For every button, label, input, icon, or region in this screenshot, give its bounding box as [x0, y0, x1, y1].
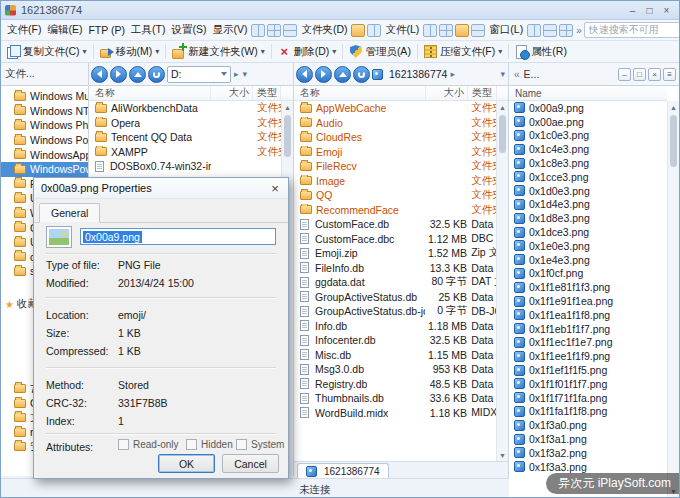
scroll-thumb[interactable]	[499, 115, 506, 153]
file-row[interactable]: AppWebCache文件夹	[294, 101, 496, 116]
copy-files-button[interactable]: 复制文件(C) ▾	[3, 43, 91, 61]
scrollbar[interactable]: ▲ ▼	[496, 101, 508, 461]
readonly-checkbox[interactable]: Read-only	[118, 439, 179, 450]
file-row[interactable]: 0x1d4e3.png	[509, 198, 667, 212]
maximize-button[interactable]: □	[641, 3, 658, 18]
folder-menu-icon[interactable]	[351, 24, 365, 37]
chevron-down-icon[interactable]: ▾	[261, 47, 265, 56]
up-button[interactable]	[334, 66, 351, 83]
scroll-up-icon[interactable]: ▲	[668, 101, 679, 113]
file-row[interactable]: Tencent QQ Data文件夹	[89, 130, 281, 145]
tree-item[interactable]: WindowsApp	[1, 147, 88, 162]
quick-search-input[interactable]: 快速搜索不可用	[584, 22, 679, 38]
file-row[interactable]: 0x1c0e3.png	[509, 129, 667, 143]
file-row[interactable]: Opera文件夹	[89, 116, 281, 131]
file-row[interactable]: Misc.db1.15 MBData Ba	[294, 348, 496, 363]
tree-item[interactable]: Windows Por	[1, 133, 88, 148]
delete-button[interactable]: × 删除(D) ▾	[274, 43, 341, 61]
file-row[interactable]: 0x1c8e3.png	[509, 156, 667, 170]
forward-button[interactable]	[110, 66, 127, 83]
ok-button[interactable]: OK	[158, 454, 215, 473]
file-row[interactable]: Emoji文件夹	[294, 145, 496, 160]
back-button[interactable]	[296, 66, 313, 83]
file-row[interactable]: 0x1f1e91f1ea.png	[509, 294, 667, 308]
menu-item-settings[interactable]: 设置(S)	[168, 21, 209, 39]
refresh-button[interactable]	[353, 66, 370, 83]
drive-select[interactable]: D:	[167, 66, 231, 83]
pane-maximize-button[interactable]: □	[633, 68, 646, 81]
file-row[interactable]: CloudRes文件夹	[294, 130, 496, 145]
menu-item-folder[interactable]: 文件夹(D)	[298, 21, 350, 39]
file-row[interactable]: 0x1f1e81f1f3.png	[509, 280, 667, 294]
file-row[interactable]: 0x1e4e3.png	[509, 253, 667, 267]
file-row[interactable]: 0x1dce3.png	[509, 225, 667, 239]
file-row[interactable]: 0x1f3a2.png	[509, 446, 667, 460]
collapse-chevron-icon[interactable]: «	[512, 69, 522, 80]
file-row[interactable]: Emoji.zip1.52 MBZip 文件	[294, 246, 496, 261]
compress-button[interactable]: 压缩文件(F) ▾	[420, 43, 506, 61]
file-row[interactable]: WordBuild.midx1.18 KBMIDX 文	[294, 406, 496, 421]
layout-two-pane-icon[interactable]	[251, 24, 265, 37]
menu-item-file[interactable]: 文件(F)	[4, 21, 44, 39]
chevron-down-icon[interactable]: ▾	[498, 47, 502, 56]
tab-general[interactable]: General	[39, 203, 100, 223]
file-row[interactable]: 0x1f1ee1f1f9.png	[509, 349, 667, 363]
file-row[interactable]: FileInfo.db13.3 KBData Ba	[294, 261, 496, 276]
file-row[interactable]: 0x1e0e3.png	[509, 239, 667, 253]
file-row[interactable]: 0x1f1f71f1fa.png	[509, 391, 667, 405]
file-list-icon[interactable]	[471, 24, 485, 37]
chevron-right-icon[interactable]: ▸	[233, 69, 240, 79]
file-row[interactable]: 0x1f1ea1f1f8.png	[509, 308, 667, 322]
filename-input[interactable]: 0x00a9.png	[80, 228, 276, 245]
scroll-thumb[interactable]	[284, 115, 291, 157]
file-row[interactable]: 0x1c4e3.png	[509, 142, 667, 156]
file-row[interactable]: Msg3.0.db953 KBData Ba	[294, 362, 496, 377]
refresh-button[interactable]	[148, 66, 165, 83]
titlebar[interactable]: 1621386774 – □ ×	[1, 1, 679, 20]
layout-horizontal-icon[interactable]	[283, 24, 297, 37]
file-row[interactable]: 0x00ae.png	[509, 115, 667, 129]
chevron-down-icon[interactable]: ▾	[242, 69, 249, 79]
file-row[interactable]: 0x1f0cf.png	[509, 267, 667, 281]
file-row[interactable]: CustomFace.db32.5 KBData Ba	[294, 217, 496, 232]
chevron-down-icon[interactable]: ▾	[83, 47, 87, 56]
forward-button[interactable]	[315, 66, 332, 83]
file-row[interactable]: 0x00a9.png	[509, 101, 667, 115]
file-row[interactable]: Image文件夹	[294, 174, 496, 189]
file-row[interactable]: 0x1f1ec1f1e7.png	[509, 336, 667, 350]
layout-four-pane-icon[interactable]	[267, 24, 281, 37]
column-header-size[interactable]: 大小	[211, 86, 253, 100]
pane-close-button[interactable]: ×	[648, 68, 661, 81]
window-split-icon[interactable]	[527, 24, 541, 37]
scroll-down-icon[interactable]: ▼	[497, 449, 508, 461]
minimize-button[interactable]: –	[624, 3, 641, 18]
tree-item[interactable]: WindowsPow	[1, 162, 88, 177]
file-grid-icon[interactable]	[439, 24, 453, 37]
file-row[interactable]: FileRecv文件夹	[294, 159, 496, 174]
tab-1621386774[interactable]: 1621386774	[297, 463, 389, 478]
file-row[interactable]: 0x1f1eb1f1f7.png	[509, 322, 667, 336]
file-row[interactable]: 0x1f1fa1f1f8.png	[509, 405, 667, 419]
file-row[interactable]: RecommendFace文件夹	[294, 203, 496, 218]
scroll-thumb[interactable]	[670, 115, 677, 167]
tree-item[interactable]: Windows Mu	[1, 89, 88, 104]
column-header-size[interactable]: 大小	[426, 86, 468, 100]
chevron-down-icon[interactable]: ▾	[332, 47, 336, 56]
file-row[interactable]: Infocenter.db32.5 KBData Ba	[294, 333, 496, 348]
cancel-button[interactable]: Cancel	[222, 454, 279, 473]
up-button[interactable]	[129, 66, 146, 83]
column-header-name[interactable]: 名称	[294, 86, 426, 100]
overflow-chevron-icon[interactable]: »	[574, 25, 584, 36]
file-row[interactable]: 0x1f1ef1f1f5.png	[509, 363, 667, 377]
tree-item[interactable]: Windows NT	[1, 104, 88, 119]
file-row[interactable]: 0x1f1f01f1f7.png	[509, 377, 667, 391]
file-row[interactable]: 0x1f3a1.png	[509, 432, 667, 446]
folder-view-icon[interactable]	[367, 24, 381, 37]
file-row[interactable]: AliWorkbenchData文件夹	[89, 101, 281, 116]
file-folder-icon[interactable]	[455, 24, 469, 37]
file-view-icon[interactable]	[423, 24, 437, 37]
file-row[interactable]: QQ文件夹	[294, 188, 496, 203]
file-row[interactable]: CustomFace.dbc1.12 MBDBC 文	[294, 232, 496, 247]
file-row[interactable]: Registry.db48.5 KBData Ba	[294, 377, 496, 392]
properties-button[interactable]: 属性(R)	[511, 43, 571, 61]
